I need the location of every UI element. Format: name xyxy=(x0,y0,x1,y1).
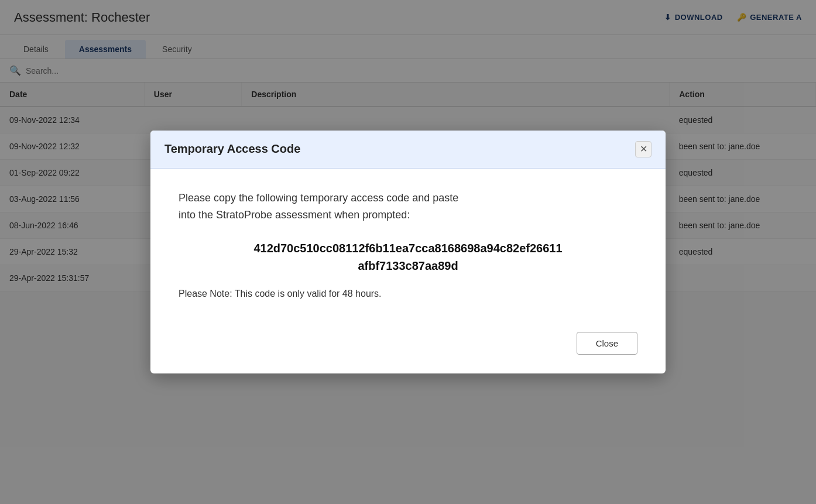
modal-overlay: Temporary Access Code ✕ Please copy the … xyxy=(0,0,816,504)
modal-body: Please copy the following temporary acce… xyxy=(150,169,666,332)
modal-dialog: Temporary Access Code ✕ Please copy the … xyxy=(150,131,666,374)
modal-close-x-button[interactable]: ✕ xyxy=(635,141,652,157)
modal-description: Please copy the following temporary acce… xyxy=(179,190,637,224)
modal-title: Temporary Access Code xyxy=(164,142,300,156)
modal-note: Please Note: This code is only valid for… xyxy=(179,289,637,299)
modal-footer: Close xyxy=(150,332,666,373)
modal-header: Temporary Access Code ✕ xyxy=(150,131,666,169)
access-code-display: 412d70c510cc08112f6b11ea7cca8168698a94c8… xyxy=(179,239,637,275)
modal-close-button[interactable]: Close xyxy=(577,332,637,355)
